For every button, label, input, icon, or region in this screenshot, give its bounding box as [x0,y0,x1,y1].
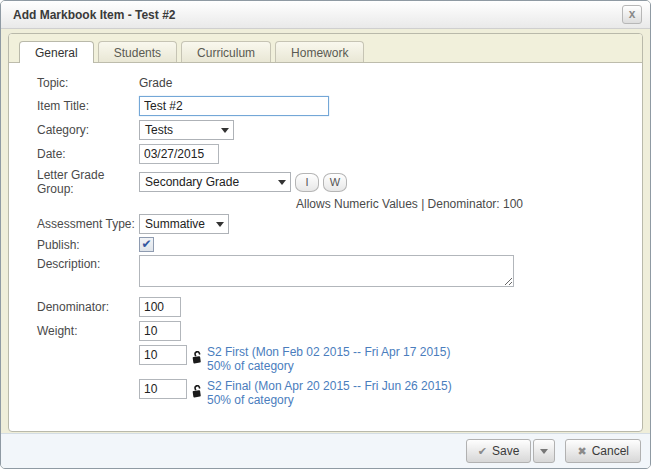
close-icon[interactable]: x [622,5,642,24]
topic-row: Topic: Grade [37,76,642,90]
publish-checkbox[interactable]: ✔ [139,237,154,252]
description-row: Description: [37,255,642,287]
weight-input[interactable] [139,321,181,341]
date-input[interactable] [139,144,219,164]
lock-icon [192,351,203,364]
period-weight-input[interactable] [139,379,187,399]
add-markbook-item-dialog: Add Markbook Item - Test #2 x General St… [0,0,651,469]
period-detail: 50% of category [207,359,450,373]
assessment-type-value: Summative [145,217,205,231]
assessment-type-row: Assessment Type: Summative [37,214,642,234]
chevron-down-icon [221,128,229,133]
period-weight-input[interactable] [139,345,187,365]
tab-curriculum[interactable]: Curriculum [181,41,271,62]
category-row: Category: Tests [37,120,642,140]
save-options-button[interactable] [533,439,555,463]
category-select[interactable]: Tests [139,120,234,140]
cancel-button-label: Cancel [592,444,629,458]
letter-grade-group-note: Allows Numeric Values | Denominator: 100 [296,197,642,211]
dialog-footer: ✔ Save ✖ Cancel [1,433,650,468]
date-row: Date: [37,144,642,164]
dialog-titlebar[interactable]: Add Markbook Item - Test #2 x [1,1,650,29]
period-link[interactable]: S2 Final (Mon Apr 20 2015 -- Fri Jun 26 … [207,379,452,393]
chevron-down-icon [216,222,224,227]
save-button-label: Save [492,444,519,458]
item-title-label: Item Title: [37,99,139,113]
lock-icon [192,385,203,398]
period-detail: 50% of category [207,393,452,407]
period-info: S2 First (Mon Feb 02 2015 -- Fri Apr 17 … [207,345,450,373]
weight-row: Weight: [37,321,642,341]
letter-grade-group-select[interactable]: Secondary Grade [139,172,291,192]
tab-panel: General Students Curriculum Homework Top… [8,33,643,432]
denominator-label: Denominator: [37,300,139,314]
dialog-title: Add Markbook Item - Test #2 [13,8,175,22]
letter-grade-group-row: Letter Grade Group: Secondary Grade I W [37,168,642,196]
denominator-row: Denominator: [37,297,642,317]
date-label: Date: [37,147,139,161]
tab-homework[interactable]: Homework [275,41,364,62]
description-label: Description: [37,255,139,271]
period-weight-row: S2 First (Mon Feb 02 2015 -- Fri Apr 17 … [139,345,642,373]
chevron-down-icon [278,180,286,185]
tab-general[interactable]: General [19,41,94,63]
topic-value: Grade [139,76,172,90]
period-link[interactable]: S2 First (Mon Feb 02 2015 -- Fri Apr 17 … [207,345,450,359]
assessment-type-select[interactable]: Summative [139,214,229,234]
weight-label: Weight: [37,324,139,338]
general-tab-content: Topic: Grade Item Title: Category: Tests… [9,63,642,407]
cross-icon: ✖ [577,445,586,458]
withdrawn-button[interactable]: W [323,173,347,192]
tab-strip: General Students Curriculum Homework [9,34,642,63]
denominator-input[interactable] [139,297,181,317]
item-title-input[interactable] [139,96,329,116]
assessment-type-label: Assessment Type: [37,217,139,231]
topic-label: Topic: [37,76,139,90]
publish-label: Publish: [37,238,139,252]
save-button[interactable]: ✔ Save [466,439,532,463]
chevron-down-icon [540,449,548,454]
period-weight-row: S2 Final (Mon Apr 20 2015 -- Fri Jun 26 … [139,379,642,407]
category-label: Category: [37,123,139,137]
publish-row: Publish: ✔ [37,237,642,252]
cancel-button[interactable]: ✖ Cancel [565,439,641,463]
letter-grade-group-value: Secondary Grade [145,175,239,189]
period-info: S2 Final (Mon Apr 20 2015 -- Fri Jun 26 … [207,379,452,407]
incomplete-button[interactable]: I [295,173,319,192]
tab-students[interactable]: Students [98,41,177,62]
letter-grade-group-label: Letter Grade Group: [37,168,139,196]
category-value: Tests [145,123,173,137]
check-icon: ✔ [478,445,487,458]
item-title-row: Item Title: [37,96,642,116]
description-textarea[interactable] [139,255,514,287]
